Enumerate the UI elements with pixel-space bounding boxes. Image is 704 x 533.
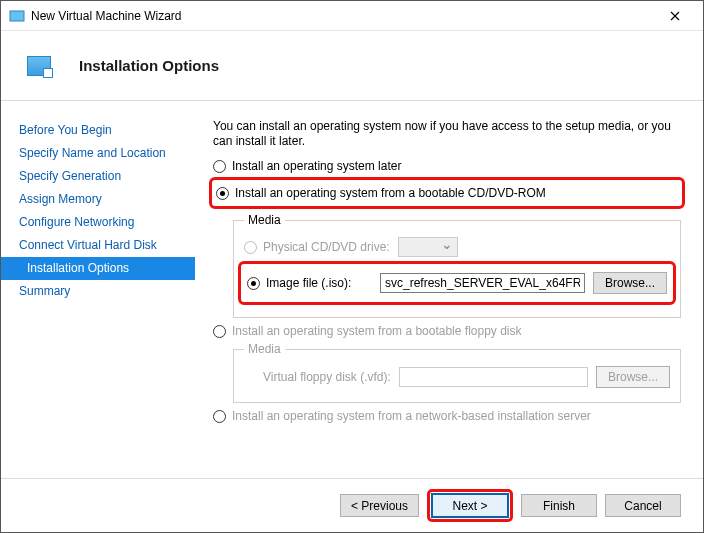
step-assign-memory[interactable]: Assign Memory bbox=[1, 188, 195, 211]
close-button[interactable] bbox=[655, 2, 695, 30]
image-file-label: Image file (.iso): bbox=[266, 276, 351, 290]
radio-icon bbox=[213, 325, 226, 338]
option-install-floppy: Install an operating system from a boota… bbox=[213, 324, 681, 338]
radio-icon bbox=[213, 410, 226, 423]
intro-text: You can install an operating system now … bbox=[213, 119, 681, 149]
step-specify-generation[interactable]: Specify Generation bbox=[1, 165, 195, 188]
wizard-body: Before You Begin Specify Name and Locati… bbox=[1, 101, 703, 478]
vfd-label: Virtual floppy disk (.vfd): bbox=[263, 370, 391, 384]
physical-drive-label: Physical CD/DVD drive: bbox=[263, 240, 390, 254]
wizard-content: You can install an operating system now … bbox=[195, 101, 703, 478]
option-vfd-file: Virtual floppy disk (.vfd): Browse... bbox=[244, 366, 670, 388]
option-image-file[interactable]: Image file (.iso): Browse... bbox=[247, 272, 667, 294]
option-install-cddvd[interactable]: Install an operating system from a boota… bbox=[216, 186, 678, 200]
image-file-input[interactable] bbox=[380, 273, 585, 293]
radio-icon bbox=[216, 187, 229, 200]
media-legend: Media bbox=[244, 213, 285, 227]
app-icon bbox=[9, 8, 25, 24]
finish-button[interactable]: Finish bbox=[521, 494, 597, 517]
browse-vfd-button: Browse... bbox=[596, 366, 670, 388]
floppy-media-group: Media Virtual floppy disk (.vfd): Browse… bbox=[233, 342, 681, 403]
cancel-button[interactable]: Cancel bbox=[605, 494, 681, 517]
option-label: Install an operating system from a boota… bbox=[235, 186, 546, 200]
cddvd-media-group: Media Physical CD/DVD drive: Image file … bbox=[233, 213, 681, 318]
option-label: Install an operating system later bbox=[232, 159, 401, 173]
step-installation-options[interactable]: Installation Options bbox=[1, 257, 195, 280]
step-specify-name[interactable]: Specify Name and Location bbox=[1, 142, 195, 165]
radio-icon bbox=[244, 241, 257, 254]
window-title: New Virtual Machine Wizard bbox=[31, 9, 655, 23]
wizard-header: Installation Options bbox=[1, 31, 703, 101]
highlight-cddvd-option: Install an operating system from a boota… bbox=[209, 177, 685, 209]
highlight-image-row: Image file (.iso): Browse... bbox=[238, 261, 676, 305]
header-icon bbox=[27, 56, 51, 76]
titlebar: New Virtual Machine Wizard bbox=[1, 1, 703, 31]
page-title: Installation Options bbox=[79, 57, 219, 74]
physical-drive-combo bbox=[398, 237, 458, 257]
previous-button[interactable]: < Previous bbox=[340, 494, 419, 517]
radio-icon bbox=[247, 277, 260, 290]
close-icon bbox=[670, 11, 680, 21]
step-connect-vhd[interactable]: Connect Virtual Hard Disk bbox=[1, 234, 195, 257]
vfd-input bbox=[399, 367, 588, 387]
radio-icon bbox=[213, 160, 226, 173]
step-before-you-begin[interactable]: Before You Begin bbox=[1, 119, 195, 142]
option-physical-drive: Physical CD/DVD drive: bbox=[244, 237, 670, 257]
step-summary[interactable]: Summary bbox=[1, 280, 195, 303]
media-legend: Media bbox=[244, 342, 285, 356]
option-install-later[interactable]: Install an operating system later bbox=[213, 159, 681, 173]
highlight-next: Next > bbox=[427, 489, 513, 522]
wizard-footer: < Previous Next > Finish Cancel bbox=[1, 478, 703, 532]
wizard-window: New Virtual Machine Wizard Installation … bbox=[0, 0, 704, 533]
step-configure-networking[interactable]: Configure Networking bbox=[1, 211, 195, 234]
browse-iso-button[interactable]: Browse... bbox=[593, 272, 667, 294]
option-install-network: Install an operating system from a netwo… bbox=[213, 409, 681, 423]
option-label: Install an operating system from a netwo… bbox=[232, 409, 591, 423]
option-label: Install an operating system from a boota… bbox=[232, 324, 522, 338]
wizard-sidebar: Before You Begin Specify Name and Locati… bbox=[1, 101, 195, 478]
next-button[interactable]: Next > bbox=[432, 494, 508, 517]
svg-rect-0 bbox=[10, 11, 24, 21]
